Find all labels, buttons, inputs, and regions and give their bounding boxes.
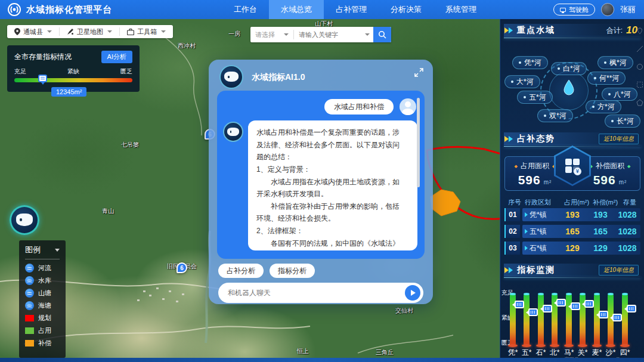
chat-title: 水域指标AI1.0 <box>252 72 305 83</box>
river-tag[interactable]: 方*河 <box>586 100 621 113</box>
collapse-icon[interactable] <box>55 249 60 252</box>
search-keyword-input[interactable] <box>294 31 364 38</box>
district-select[interactable]: 通城县 <box>7 27 59 36</box>
quick-action-indicator-analysis[interactable]: 指标分析 <box>270 264 315 278</box>
river-tag[interactable]: 长*河 <box>605 115 640 128</box>
color-swatch-red <box>25 315 34 321</box>
stat-label: 补偿面积 <box>596 161 624 171</box>
search-category-placeholder: 请选择 <box>255 30 275 39</box>
line-tool-icon[interactable] <box>636 45 643 52</box>
toolbox-select[interactable]: 工具箱 <box>119 27 173 36</box>
river-tag[interactable]: 何**河 <box>587 72 626 85</box>
bar-marker[interactable] <box>515 301 524 308</box>
send-button[interactable] <box>405 285 420 301</box>
footer-strip <box>0 358 644 362</box>
monitor-bar[interactable] <box>524 294 530 345</box>
map-village-buildings <box>137 287 184 302</box>
map-cluster-marker[interactable]: 6 <box>177 262 187 273</box>
bar-marker[interactable] <box>612 314 622 321</box>
stock-indicator-panel: 全市存量指标情况 AI分析 充足 紧缺 匮乏 12345m² <box>7 45 140 92</box>
table-row[interactable]: 02 五*镇 165 165 1028 <box>504 225 640 238</box>
bar-marker[interactable] <box>627 305 636 313</box>
stat-label: 占用面积 <box>521 161 549 171</box>
map-road <box>24 326 310 344</box>
stock-gradient-bar[interactable] <box>14 78 132 82</box>
table-row[interactable]: 03 石*镇 129 129 1028 <box>504 242 640 255</box>
bar-marker[interactable] <box>556 299 566 307</box>
table-row[interactable]: 01 凭*镇 193 193 1028 <box>504 208 640 221</box>
bar-marker[interactable] <box>599 311 608 318</box>
map-label: 一房 <box>228 30 240 38</box>
stock-slider-marker[interactable] <box>38 75 47 82</box>
river-tag[interactable]: 大*河 <box>504 75 540 88</box>
cockpit-button[interactable]: 驾驶舱 <box>553 4 595 16</box>
legend-item-occupied[interactable]: 占用 <box>25 324 60 337</box>
river-tag[interactable]: 双*河 <box>537 109 573 122</box>
nav-tab-balance-management[interactable]: 占补管理 <box>324 0 379 19</box>
robot-icon <box>227 128 239 136</box>
chat-input[interactable] <box>218 289 405 297</box>
river-tag[interactable]: 白*河 <box>551 62 587 75</box>
stat-unit: m² <box>619 179 627 185</box>
basemap-select[interactable]: 卫星地图 <box>59 27 119 36</box>
monitor-bar[interactable] <box>566 294 572 345</box>
section-title: 重点水域 <box>517 25 555 36</box>
river-tag[interactable]: 八*河 <box>602 88 637 101</box>
monitor-bar[interactable] <box>580 294 586 345</box>
row-compensated: 193 <box>587 210 614 219</box>
quick-action-balance-analysis[interactable]: 占补分析 <box>218 264 264 278</box>
expand-icon[interactable] <box>414 68 423 77</box>
monitor-bar[interactable] <box>510 294 516 345</box>
total-value: 10 <box>626 24 637 36</box>
river-tag[interactable]: 枫*河 <box>597 56 633 69</box>
nav-tab-workbench[interactable]: 工作台 <box>222 0 269 19</box>
nav-tab-system-management[interactable]: 系统管理 <box>434 0 488 19</box>
chevron-down-icon <box>365 33 370 36</box>
user-avatar[interactable] <box>601 3 614 16</box>
river-tag[interactable]: 五*河 <box>517 91 553 104</box>
planning-outline <box>427 147 501 154</box>
monitor-bar[interactable] <box>608 294 614 345</box>
ai-analyze-button[interactable]: AI分析 <box>101 51 132 63</box>
nav-tab-water-overview[interactable]: 水域总览 <box>269 0 324 19</box>
header-right: 驾驶舱 张丽 <box>553 0 636 19</box>
section-header-key-waters: 重点水域 合计: 10 <box>504 24 641 37</box>
scrollbar-thumb[interactable] <box>417 98 420 187</box>
polygon-tool-icon[interactable] <box>636 99 643 106</box>
bar-marker[interactable] <box>571 302 580 310</box>
legend-item-planning[interactable]: 规划 <box>25 312 60 324</box>
send-icon <box>411 290 416 296</box>
row-stock: 1028 <box>614 227 640 236</box>
legend-item-label: 河流 <box>38 264 51 273</box>
monitor-bar[interactable] <box>552 294 558 345</box>
cockpit-label: 驾驶舱 <box>569 5 589 14</box>
assistant-fab[interactable] <box>10 205 39 235</box>
monitor-bar[interactable] <box>538 294 544 345</box>
search-category-select[interactable]: 请选择 <box>250 30 293 39</box>
bar-marker[interactable] <box>584 300 594 308</box>
rect-tool-icon[interactable] <box>636 81 643 88</box>
search-button[interactable] <box>373 27 391 42</box>
chat-history: 水域占用和补偿 水域占用和补偿是一个复杂而重要的话题，涉及法律、经济和社会多个层… <box>217 91 425 259</box>
circle-tool-icon[interactable] <box>636 63 643 70</box>
monitor-bar[interactable] <box>622 294 628 345</box>
chat-input-row <box>218 283 423 303</box>
legend-item-reservoir[interactable]: 水库 <box>25 274 60 287</box>
decade-info-badge[interactable]: 近10年信息 <box>599 265 639 276</box>
legend-item-river[interactable]: 河流 <box>25 262 60 274</box>
legend-item-compensation[interactable]: 补偿 <box>25 337 60 349</box>
row-occupied: 165 <box>558 227 587 236</box>
map-edge-tools <box>636 27 643 106</box>
nav-tab-analysis-decision[interactable]: 分析决策 <box>379 0 434 19</box>
robot-icon <box>224 72 238 82</box>
legend-item-seawall[interactable]: 海塘 <box>25 299 60 312</box>
legend-item-pond[interactable]: 山塘 <box>25 287 60 299</box>
bar-marker[interactable] <box>543 305 552 313</box>
location-pin-icon <box>14 28 20 35</box>
scale-label-sufficient: 充足 <box>14 67 26 76</box>
bar-marker[interactable] <box>528 308 538 316</box>
row-no: 02 <box>504 225 520 238</box>
monitor-bar[interactable] <box>594 294 600 345</box>
river-tag[interactable]: 凭*河 <box>512 56 548 69</box>
decade-info-badge[interactable]: 近10年信息 <box>599 134 639 144</box>
